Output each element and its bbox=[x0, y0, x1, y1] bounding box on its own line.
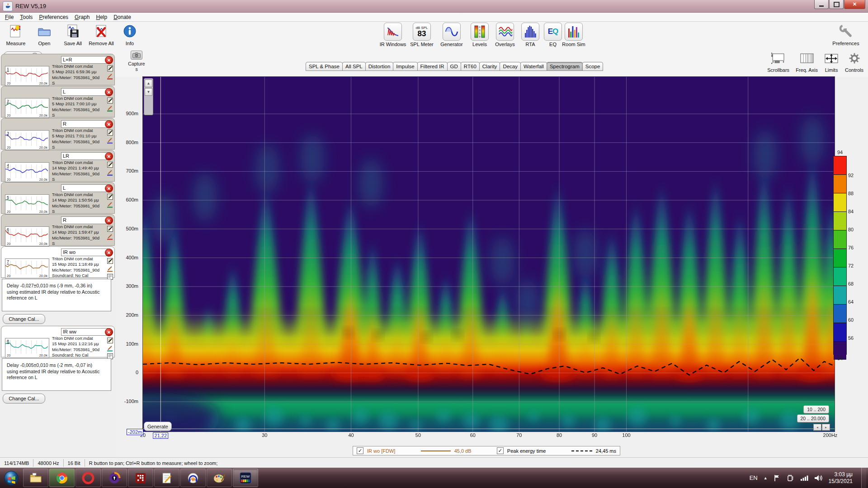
freq-axis-button[interactable]: Freq. Axis bbox=[796, 51, 818, 73]
tray-expand-icon[interactable]: ▲ bbox=[764, 476, 768, 480]
tab-clarity[interactable]: Clarity bbox=[479, 62, 500, 71]
trace-label[interactable]: IR wo [FDW] bbox=[367, 448, 395, 454]
trace-color-pencil-icon[interactable] bbox=[107, 73, 113, 80]
power-plug-icon[interactable] bbox=[787, 474, 794, 482]
measurement-name-input[interactable]: IR wo bbox=[61, 249, 108, 256]
tab-spectrogram[interactable]: Spectrogram bbox=[547, 62, 583, 71]
taskbar-chrome-button[interactable] bbox=[49, 469, 75, 487]
measurement-thumbnail[interactable]: 82020,0k bbox=[5, 338, 49, 358]
y-range-button[interactable]: 10 .. 200 bbox=[803, 405, 829, 413]
spectrogram-plot[interactable]: ▲ ▼ Generate 10 .. 200 20 .. 20.000 ◂ ▸ bbox=[143, 77, 835, 432]
trace-color-pencil-icon[interactable] bbox=[107, 169, 113, 176]
measurement-name-input[interactable]: R bbox=[61, 216, 108, 224]
edit-notes-icon[interactable] bbox=[107, 226, 113, 232]
open-button[interactable]: Open bbox=[30, 23, 58, 46]
x-range-button[interactable]: 20 .. 20.000 bbox=[797, 414, 829, 422]
taskbar-red-grid-app-button[interactable] bbox=[128, 469, 153, 487]
delete-measurement-button[interactable]: ✕ bbox=[105, 216, 113, 225]
generate-button[interactable]: Generate bbox=[144, 422, 172, 431]
preferences-button[interactable]: Preferences bbox=[832, 23, 860, 46]
generator-button[interactable]: Generator bbox=[438, 23, 466, 47]
limits-button[interactable]: Limits bbox=[824, 51, 839, 73]
measurement-item-4[interactable]: LR✕42020,0kTriton DNM corr.mdat14 Μαρ 20… bbox=[1, 150, 115, 182]
measurement-item-7[interactable]: IR wo✕72020,0kTriton DNM corr.mdat15 Μαρ… bbox=[1, 246, 115, 278]
axis-preset-left-button[interactable]: ◂ bbox=[813, 424, 821, 431]
edit-notes-icon[interactable] bbox=[107, 194, 113, 200]
measurement-name-input[interactable]: IR ww bbox=[61, 328, 108, 336]
delete-measurement-button[interactable]: ✕ bbox=[105, 328, 113, 336]
edit-notes-icon[interactable] bbox=[107, 338, 113, 343]
measurement-thumbnail[interactable]: 12020,0k bbox=[5, 66, 49, 86]
capture-button[interactable] bbox=[131, 51, 142, 60]
taskbar-privacy-browser-button[interactable] bbox=[102, 469, 127, 487]
spl-meter-button[interactable]: dB SPL83SPL Meter bbox=[408, 23, 436, 47]
measurement-item-2[interactable]: L✕22020,0kTriton DNM corr.mdat5 Μαρ 2021… bbox=[1, 86, 115, 117]
delete-measurement-button[interactable]: ✕ bbox=[105, 152, 113, 160]
edit-notes-icon[interactable] bbox=[107, 130, 113, 136]
remove-all-button[interactable]: Remove All bbox=[87, 23, 115, 46]
edit-notes-icon[interactable] bbox=[107, 258, 113, 264]
measure-button[interactable]: Measure bbox=[2, 23, 30, 46]
tab-scope[interactable]: Scope bbox=[582, 62, 604, 71]
change-cal-button[interactable]: Change Cal... bbox=[3, 394, 45, 404]
plot-zoom-out-button[interactable]: ▼ bbox=[145, 88, 152, 96]
tab-gd[interactable]: GD bbox=[447, 62, 461, 71]
measurement-name-input[interactable]: L bbox=[61, 184, 108, 192]
peak-energy-label[interactable]: Peak energy time bbox=[507, 448, 546, 454]
tab-waterfall[interactable]: Waterfall bbox=[520, 62, 547, 71]
trace-color-pencil-icon[interactable] bbox=[107, 105, 113, 112]
tab-all-spl[interactable]: All SPL bbox=[342, 62, 366, 71]
taskbar-paint-button[interactable] bbox=[207, 469, 232, 487]
change-cal-button[interactable]: Change Cal... bbox=[3, 314, 45, 324]
measurement-item-1[interactable]: L+R✕12020,0kTriton DNM corr.mdat5 Μαρ 20… bbox=[1, 54, 115, 85]
taskbar-explorer-button[interactable] bbox=[23, 469, 48, 487]
save-all-button[interactable]: Save All bbox=[59, 23, 87, 46]
tab-spl-phase[interactable]: SPL & Phase bbox=[306, 62, 343, 71]
spectrogram-canvas[interactable] bbox=[143, 77, 835, 432]
measurement-name-input[interactable]: L+R bbox=[61, 56, 108, 64]
scrollbars-button[interactable]: Scrollbars bbox=[767, 51, 789, 73]
axis-preset-right-button[interactable]: ▸ bbox=[822, 424, 830, 431]
measurement-name-input[interactable]: LR bbox=[61, 152, 108, 160]
measurement-thumbnail[interactable]: 22020,0k bbox=[5, 98, 49, 118]
edit-notes-icon[interactable] bbox=[107, 98, 113, 103]
trace-checkbox[interactable]: ✓ bbox=[357, 447, 363, 454]
trace-color-pencil-icon[interactable] bbox=[107, 266, 113, 272]
taskbar-audacity-button[interactable] bbox=[180, 469, 206, 487]
measurement-item-6[interactable]: R✕62020,0kTriton DNM corr.mdat14 Μαρ 202… bbox=[1, 214, 115, 246]
measurement-name-input[interactable]: R bbox=[61, 120, 108, 128]
measurement-thumbnail[interactable]: 62020,0k bbox=[5, 226, 49, 246]
taskbar-clock[interactable]: 3:03 μμ 15/3/2021 bbox=[829, 471, 855, 485]
edit-notes-icon[interactable] bbox=[107, 162, 113, 168]
measurement-item-3[interactable]: R✕32020,0kTriton DNM corr.mdat5 Μαρ 2021… bbox=[1, 118, 115, 150]
overlays-button[interactable]: Overlays bbox=[491, 23, 519, 47]
measurement-name-input[interactable]: L bbox=[61, 88, 108, 96]
minimize-button[interactable] bbox=[814, 0, 829, 9]
plot-zoom-in-button[interactable]: ▲ bbox=[145, 80, 152, 87]
measurement-thumbnail[interactable]: 72020,0k bbox=[5, 258, 49, 278]
trace-color-pencil-icon[interactable] bbox=[107, 234, 113, 240]
network-signal-icon[interactable] bbox=[800, 474, 808, 481]
close-button[interactable]: ✕ bbox=[844, 0, 865, 9]
taskbar-rew-button[interactable]: REW bbox=[233, 469, 258, 487]
tab-decay[interactable]: Decay bbox=[500, 62, 521, 71]
room-sim-button[interactable]: Room Sim bbox=[560, 23, 588, 47]
menu-donate[interactable]: Donate bbox=[110, 14, 134, 21]
measurement-item-8[interactable]: IR ww✕82020,0kTriton DNM corr.mdat15 Μαρ… bbox=[1, 326, 115, 357]
title-bar[interactable]: REW V5,19 ✕ bbox=[0, 0, 868, 13]
trace-color-pencil-icon[interactable] bbox=[107, 345, 113, 352]
menu-graph[interactable]: Graph bbox=[71, 14, 93, 21]
action-center-flag-icon[interactable] bbox=[774, 474, 781, 482]
tab-impulse[interactable]: Impulse bbox=[393, 62, 417, 71]
maximize-button[interactable] bbox=[829, 0, 844, 9]
info-button[interactable]: Info bbox=[116, 23, 144, 46]
tab-rt60[interactable]: RT60 bbox=[461, 62, 480, 71]
measurement-item-5[interactable]: L✕52020,0kTriton DNM corr.mdat14 Μαρ 202… bbox=[1, 182, 115, 214]
peak-energy-checkbox[interactable]: ✓ bbox=[497, 447, 504, 454]
delete-measurement-button[interactable]: ✕ bbox=[105, 88, 113, 96]
tab-filtered-ir[interactable]: Filtered IR bbox=[417, 62, 448, 71]
language-indicator[interactable]: EN bbox=[750, 474, 758, 481]
levels-button[interactable]: 0369Levels bbox=[466, 23, 494, 47]
menu-file[interactable]: File bbox=[2, 14, 17, 21]
measurement-thumbnail[interactable]: 42020,0k bbox=[5, 162, 49, 182]
